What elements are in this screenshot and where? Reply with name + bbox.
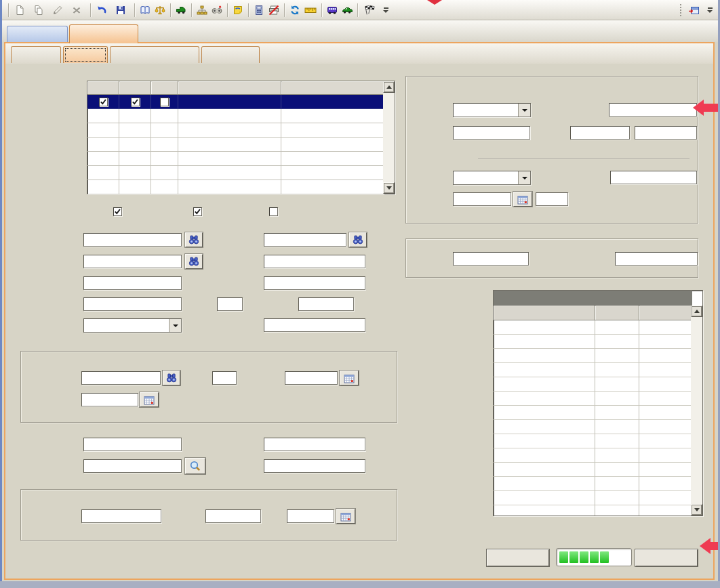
save-button[interactable] [113,3,132,17]
work-phone-input[interactable] [264,459,365,473]
grid-row-selected[interactable] [87,95,395,109]
dl-input[interactable] [81,371,161,385]
finish-button[interactable] [361,3,381,17]
carrier-select[interactable] [453,103,531,117]
controller-button[interactable] [209,3,224,17]
col-renter[interactable] [87,81,119,95]
hierarchy-button[interactable] [195,3,209,17]
delete-button[interactable] [68,3,87,17]
local-address-input[interactable] [83,438,182,451]
chevron-down-icon[interactable] [518,104,530,117]
dob-input[interactable] [81,393,138,406]
flight-amount-input[interactable] [536,192,568,206]
scroll-down-button[interactable] [691,504,702,516]
grid-row-empty[interactable] [87,123,395,138]
chevron-down-icon[interactable] [518,171,530,184]
exp-date-input[interactable] [285,371,338,385]
flight-input[interactable] [610,171,697,184]
insurance-exp-calendar-button[interactable] [336,509,355,524]
note-button[interactable] [231,3,245,17]
ruler-button[interactable] [302,3,319,17]
copy-button[interactable] [31,3,49,17]
chevron-down-icon[interactable] [169,319,181,332]
airline-select[interactable] [453,171,531,185]
next-button[interactable] [635,549,698,566]
flight-date-input[interactable] [453,192,511,206]
col-first-name[interactable] [281,81,384,95]
col-description[interactable] [494,306,595,320]
grid-row-empty[interactable] [87,138,395,152]
address2-input[interactable] [264,276,365,290]
dl-state-input[interactable] [212,371,237,385]
back-button[interactable] [487,549,549,566]
grid-row-empty[interactable] [87,109,395,123]
flight-date-calendar-button[interactable] [513,192,532,207]
tab-extensions[interactable] [201,46,260,63]
employer-search-button[interactable] [185,458,205,474]
address-input[interactable] [83,276,182,290]
tab-dashboard[interactable] [7,26,68,42]
cell-driver-checkbox[interactable] [119,95,151,109]
calculator-button[interactable] [252,3,266,17]
employer-input[interactable] [83,459,182,473]
scroll-down-button[interactable] [383,182,395,194]
charge-summary-scrollbar[interactable] [691,306,702,516]
grid-row-empty[interactable] [87,166,395,180]
grid-scrollbar[interactable] [383,81,395,194]
renter-checkbox[interactable] [113,207,126,216]
ssn-input[interactable] [615,252,698,266]
country-select[interactable] [83,318,182,333]
tab-drivers[interactable] [63,46,108,63]
insurance-co-input[interactable] [81,509,161,523]
toolbar-overflow-button-right[interactable] [705,3,715,17]
truck-button[interactable] [174,3,188,17]
last-name-input[interactable] [83,255,182,268]
cell-addl-checkbox[interactable] [151,95,178,109]
policy-input[interactable] [205,509,261,523]
col-last-name[interactable] [178,81,281,95]
bus-button[interactable] [325,3,340,17]
refresh-button[interactable] [287,3,302,17]
col-driver[interactable] [119,81,151,95]
find-dl-button[interactable] [163,371,180,385]
grid-row-empty[interactable] [87,180,395,194]
cell-renter-checkbox[interactable] [87,95,119,109]
find-vip-button[interactable] [349,232,367,247]
scroll-up-button[interactable] [691,306,702,317]
driver-checkbox[interactable] [193,207,206,216]
zip-input[interactable] [298,297,354,311]
passport-input[interactable] [453,252,529,266]
undo-button[interactable] [94,3,113,17]
new-button[interactable] [12,3,31,17]
grid-row-empty[interactable] [87,152,395,166]
local-phone-input[interactable] [264,438,365,451]
book-button[interactable] [138,3,153,17]
scroll-up-button[interactable] [383,81,395,93]
exp-date-calendar-button[interactable] [340,371,359,385]
account-input[interactable] [609,103,697,117]
logout-button[interactable] [685,3,705,17]
scales-button[interactable] [153,3,167,17]
col-amount[interactable] [639,306,692,320]
insurance-exp-input[interactable] [287,509,334,523]
first-name-input[interactable] [264,255,365,268]
car-button[interactable] [340,3,355,17]
edit-button[interactable] [49,3,68,17]
vip-input[interactable] [264,233,346,247]
email-input[interactable] [264,318,365,332]
tab-charges-payments[interactable] [110,46,199,63]
col-rate[interactable] [595,306,639,320]
tab-checkout[interactable] [69,24,138,43]
toolbar-overflow-button[interactable] [381,3,391,17]
dob-calendar-button[interactable] [140,392,159,407]
addl-driver-checkbox[interactable] [269,207,282,216]
city-input[interactable] [83,297,182,311]
state-input[interactable] [217,297,243,311]
find-last-name-button[interactable] [185,254,203,269]
promo-input[interactable] [453,126,530,140]
no-print-button[interactable] [266,3,281,17]
bonus2-input[interactable] [635,126,697,140]
tab-summary[interactable] [11,46,61,63]
bonus1-input[interactable] [570,126,630,140]
home-phone-input[interactable] [83,233,182,247]
